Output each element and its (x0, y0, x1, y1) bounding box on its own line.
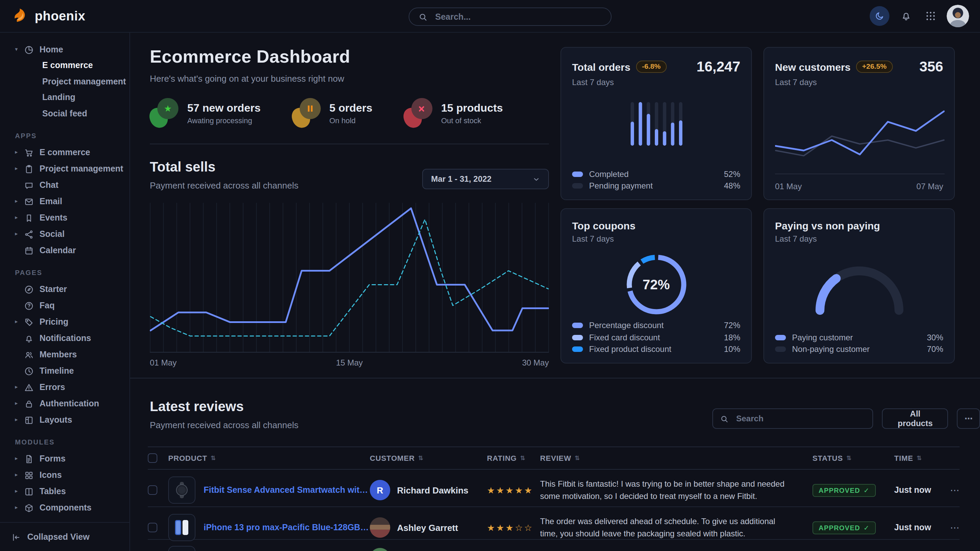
stat-orders-on-hold: 5 ordersOn hold (292, 98, 372, 128)
clipboard-icon (24, 164, 34, 174)
all-products-filter-button[interactable]: All products (882, 408, 948, 429)
latest-reviews-header: Latest reviews Payment received across a… (150, 399, 298, 430)
paying-gauge-chart (808, 260, 910, 316)
legend-swatch (572, 335, 583, 340)
sidebar-section-label-modules: MODULES (15, 438, 125, 446)
column-header-product[interactable]: PRODUCT⇅ (168, 454, 370, 462)
caret-right-icon: ▸ (15, 456, 21, 462)
sidebar-subitem-landing[interactable]: Landing (42, 90, 125, 106)
global-search-input[interactable] (434, 11, 602, 22)
sidebar-subitem-e-commerce[interactable]: E commerce (42, 58, 125, 74)
sidebar-item-faq[interactable]: Faq (15, 297, 125, 314)
sidebar-subitem-social-feed[interactable]: Social feed (42, 106, 125, 122)
sidebar-item-tables[interactable]: ▸Tables (15, 483, 125, 500)
bell-icon (24, 333, 34, 343)
column-header-rating[interactable]: RATING⇅ (487, 454, 540, 462)
column-header-review[interactable]: REVIEW⇅ (540, 454, 813, 462)
page-title: Ecommerce Dashboard (150, 46, 350, 67)
sidebar-item-notifications[interactable]: Notifications (15, 330, 125, 346)
sidebar-item-e-commerce-app[interactable]: ▸E commerce (15, 144, 125, 160)
sidebar-subitem-project-management[interactable]: Project management (42, 74, 125, 90)
collapse-sidebar-button[interactable]: Collapsed View (11, 532, 89, 542)
rating-stars: ★★★★★ (487, 485, 540, 495)
sidebar-item-errors[interactable]: ▸Errors (15, 379, 125, 395)
page-subtitle: Here's what's going on at your business … (150, 73, 350, 84)
global-search[interactable] (409, 8, 612, 26)
legend-item: Fixed card discount 18% (572, 332, 740, 343)
sidebar-item-components[interactable]: ▸Components (15, 500, 125, 516)
sidebar-item-calendar[interactable]: Calendar (15, 242, 125, 259)
notifications-button[interactable] (897, 8, 914, 24)
sidebar-item-layouts[interactable]: ▸Layouts (15, 412, 125, 428)
column-header-customer[interactable]: CUSTOMER⇅ (370, 454, 487, 462)
caret-right-icon: ▸ (15, 166, 21, 171)
sidebar-item-timeline[interactable]: Timeline (15, 363, 125, 379)
row-more-button[interactable]: ⋯ (936, 522, 959, 533)
legend-item: Percentage discount 72% (572, 319, 740, 332)
reviews-toolbar: All products ⋯ (712, 408, 980, 429)
legend-item: Paying customer 30% (775, 332, 943, 343)
theme-toggle-button[interactable] (870, 6, 889, 26)
grid-squares-icon (24, 470, 34, 480)
sidebar-item-home[interactable]: ▾ Home (15, 41, 125, 58)
sidebar-item-email[interactable]: ▸Email (15, 193, 125, 210)
sidebar-item-forms[interactable]: ▸Forms (15, 451, 125, 467)
latest-reviews-subtitle: Payment received across all channels (150, 420, 298, 430)
sidebar-item-project-management-app[interactable]: ▸Project management (15, 160, 125, 177)
legend-swatch (775, 335, 786, 340)
customer-avatar: R (370, 480, 390, 500)
sidebar-item-authentication[interactable]: ▸Authentication (15, 395, 125, 412)
product-link[interactable]: Fitbit Sense Advanced Smartwatch with To… (204, 485, 370, 495)
caret-right-icon: ▸ (15, 489, 21, 494)
chat-icon (24, 180, 34, 190)
file-text-icon (24, 454, 34, 464)
total-orders-bar-chart (630, 102, 682, 146)
sidebar-item-members[interactable]: Members (15, 346, 125, 363)
nine-dots-icon (924, 10, 936, 22)
row-checkbox[interactable] (148, 523, 158, 532)
review-time: Just now (894, 523, 936, 532)
total-orders-card: Total orders -6.8% 16,247 Last 7 days Co… (560, 47, 752, 200)
sort-icon: ⇅ (418, 455, 423, 461)
sidebar-item-chat[interactable]: Chat (15, 177, 125, 193)
sidebar-item-social[interactable]: ▸Social (15, 226, 125, 242)
product-link[interactable]: iPhone 13 pro max-Pacific Blue-128GB sto… (204, 523, 370, 532)
date-range-select[interactable]: Mar 1 - 31, 2022 (422, 169, 549, 189)
check-icon: ✓ (864, 487, 870, 494)
new-customers-card: New customers +26.5% 356 Last 7 days 01 … (764, 47, 955, 200)
legend-swatch (572, 347, 583, 352)
product-thumbnail-smartwatch (168, 476, 196, 504)
product-thumbnail-iphone (168, 514, 196, 541)
column-header-status[interactable]: STATUS⇅ (813, 454, 894, 462)
reviews-search-input[interactable] (735, 413, 866, 424)
column-header-time[interactable]: TIME⇅ (894, 454, 936, 462)
caret-right-icon: ▸ (15, 199, 21, 204)
sidebar-item-events[interactable]: ▸Events (15, 210, 125, 226)
out-of-stock-icon (404, 98, 433, 128)
caret-down-icon: ▾ (15, 47, 21, 52)
card-title: Top coupons (572, 220, 635, 232)
bell-icon (900, 10, 912, 22)
brand-logo[interactable]: phoenix (11, 7, 86, 25)
change-badge: -6.8% (636, 60, 667, 73)
select-all-checkbox[interactable] (148, 453, 158, 463)
row-more-button[interactable]: ⋯ (936, 484, 959, 495)
legend-swatch (572, 323, 583, 329)
caret-right-icon: ▸ (15, 215, 21, 221)
reviews-more-button[interactable]: ⋯ (957, 408, 980, 429)
sidebar: ▾ Home E commerce Project management Lan… (0, 33, 130, 551)
clock-icon (24, 366, 34, 376)
sort-icon: ⇅ (210, 455, 216, 461)
reviews-search[interactable] (712, 408, 873, 429)
row-checkbox[interactable] (148, 485, 158, 495)
moon-icon (875, 11, 885, 21)
caret-right-icon: ▸ (15, 417, 21, 423)
user-avatar[interactable] (947, 5, 969, 27)
legend-item: Non-paying customer 70% (775, 343, 943, 355)
sidebar-item-icons[interactable]: ▸Icons (15, 467, 125, 483)
legend-item: Fixed product discount 10% (572, 343, 740, 355)
apps-grid-button[interactable] (922, 8, 939, 24)
table-row: iPhone 13 pro max-Pacific Blue-128GB sto… (148, 507, 959, 540)
sidebar-item-pricing[interactable]: ▸Pricing (15, 314, 125, 330)
sidebar-item-starter[interactable]: Starter (15, 281, 125, 297)
